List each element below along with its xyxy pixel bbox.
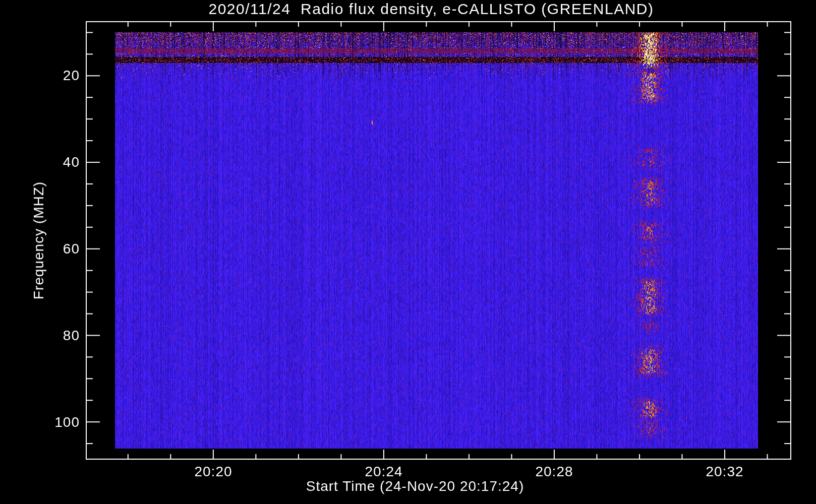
- y-tick-label-100: 100: [38, 414, 80, 431]
- spectrogram-canvas: [0, 0, 816, 504]
- x-axis-label: Start Time (24-Nov-20 20:17:24): [87, 478, 743, 494]
- x-tick-label-2032: 20:32: [692, 464, 757, 479]
- y-tick-label-60: 60: [38, 240, 80, 258]
- x-tick-label-2020: 20:20: [181, 464, 246, 479]
- y-tick-label-20: 20: [38, 67, 80, 84]
- chart-title: 2020/11/24 Radio flux density, e-CALLIST…: [87, 1, 776, 18]
- x-tick-label-2028: 20:28: [521, 464, 587, 479]
- y-tick-label-80: 80: [38, 327, 80, 344]
- spectrogram-chart: 2020/11/24 Radio flux density, e-CALLIST…: [0, 0, 816, 504]
- x-tick-label-2024: 20:24: [351, 464, 417, 479]
- y-tick-label-40: 40: [38, 154, 80, 171]
